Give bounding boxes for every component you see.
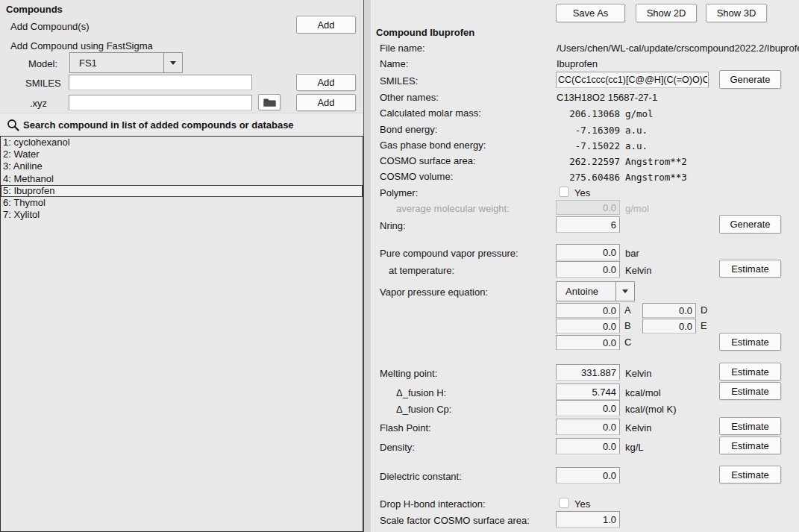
- fusion-cp-unit: kcal/(mol K): [625, 404, 677, 415]
- melting-point-input[interactable]: [556, 364, 620, 381]
- fusion-h-input[interactable]: [556, 384, 620, 400]
- fusion-h-label: Δ_fusion H:: [396, 387, 446, 398]
- file-name-label: File name:: [380, 43, 425, 54]
- coef-d-input[interactable]: [642, 303, 696, 318]
- nring-label: Nring:: [380, 220, 406, 231]
- name-label: Name:: [380, 58, 408, 69]
- model-select-value: FS1: [70, 53, 163, 72]
- compound-list[interactable]: 1: cyclohexanol 2: Water 3: Aniline 4: M…: [0, 136, 363, 532]
- fusion-cp-label: Δ_fusion Cp:: [396, 404, 451, 415]
- melting-point-estimate-button[interactable]: Estimate: [719, 363, 781, 381]
- model-label: Model:: [28, 58, 57, 69]
- cosmo-volume-label: COSMO volume:: [380, 171, 453, 182]
- bond-energy-value: -7.16309: [497, 125, 620, 136]
- molar-mass-label: Calculated molar mass:: [380, 107, 481, 119]
- list-item-cyclohexanol[interactable]: 1: cyclohexanol: [1, 137, 363, 148]
- density-input[interactable]: [556, 438, 620, 454]
- folder-icon: [263, 98, 276, 107]
- vapor-pressure-unit: bar: [625, 248, 639, 259]
- coef-a-input[interactable]: [556, 303, 620, 318]
- density-unit: kg/L: [625, 442, 644, 453]
- list-item-thymol[interactable]: 6: Thymol: [1, 197, 363, 209]
- bond-energy-label: Bond energy:: [380, 124, 437, 135]
- smiles-add-label: SMILES: [25, 78, 61, 89]
- coef-b-input[interactable]: [556, 319, 620, 334]
- polymer-checkbox[interactable]: [559, 187, 569, 197]
- molar-mass-unit: g/mol: [625, 108, 654, 119]
- name-value: Ibuprofen: [557, 58, 598, 69]
- list-item-xylitol[interactable]: 7: Xylitol: [1, 209, 363, 221]
- scale-factor-label: Scale factor COSMO surface area:: [380, 515, 530, 526]
- xyz-file-input[interactable]: [69, 95, 252, 110]
- coef-e-input[interactable]: [642, 319, 696, 334]
- compound-detail-panel: Save As Show 2D Show 3D Compound Ibuprof…: [371, 0, 799, 532]
- vapor-pressure-input[interactable]: [556, 244, 620, 260]
- add-compounds-label: Add Compound(s): [10, 21, 90, 32]
- scale-factor-input[interactable]: [556, 511, 620, 528]
- show-2d-button[interactable]: Show 2D: [636, 4, 697, 22]
- vapor-pressure-estimate-button[interactable]: Estimate: [719, 260, 781, 278]
- density-estimate-button[interactable]: Estimate: [719, 436, 781, 454]
- nring-input[interactable]: [556, 216, 620, 233]
- melting-point-unit: Kelvin: [625, 368, 651, 379]
- density-label: Density:: [380, 442, 415, 453]
- compound-title: Compound Ibuprofen: [376, 27, 474, 38]
- nring-generate-button[interactable]: Generate: [719, 215, 781, 234]
- compounds-panel-title: Compounds: [6, 4, 63, 15]
- coef-c-input[interactable]: [556, 335, 620, 350]
- model-select[interactable]: FS1: [69, 52, 183, 73]
- save-as-button[interactable]: Save As: [556, 4, 625, 22]
- dielectric-estimate-button[interactable]: Estimate: [719, 466, 781, 484]
- add-compounds-button[interactable]: Add: [296, 16, 356, 34]
- smiles-add-input[interactable]: [69, 75, 252, 90]
- flash-point-label: Flash Point:: [380, 422, 431, 434]
- file-name-value: /Users/chen/WL-cal/update/crscompound202…: [557, 43, 799, 54]
- gas-bond-energy-label: Gas phase bond energy:: [380, 140, 486, 151]
- gas-bond-energy-value: -7.15022: [497, 140, 620, 151]
- xyz-browse-button[interactable]: [258, 94, 281, 110]
- xyz-add-button[interactable]: Add: [296, 94, 356, 111]
- smiles-input[interactable]: [556, 72, 709, 88]
- at-temperature-unit: Kelvin: [625, 265, 651, 276]
- list-item-aniline[interactable]: 3: Aniline: [1, 160, 363, 172]
- fastsigma-label: Add Compound using FastSigma: [10, 40, 153, 51]
- fusion-h-unit: kcal/mol: [625, 387, 661, 398]
- at-temperature-label: at temperature:: [389, 265, 454, 276]
- list-item-water[interactable]: 2: Water: [1, 148, 363, 160]
- avg-mw-unit: g/mol: [625, 203, 649, 214]
- fusion-cp-input[interactable]: [556, 400, 620, 416]
- dielectric-input[interactable]: [556, 467, 620, 484]
- vapor-pressure-label: Pure compound vapor pressure:: [380, 248, 518, 259]
- panel-splitter[interactable]: [363, 0, 371, 532]
- cosmo-volume-value: 275.60486: [497, 172, 620, 183]
- fusion-h-estimate-button[interactable]: Estimate: [719, 382, 781, 400]
- show-3d-button[interactable]: Show 3D: [706, 4, 767, 22]
- chevron-down-icon: [615, 282, 634, 301]
- smiles-add-button[interactable]: Add: [296, 74, 356, 91]
- drop-hbond-checkbox[interactable]: [559, 498, 569, 508]
- at-temperature-input[interactable]: [556, 261, 620, 278]
- other-names-value: C13H18O2 15687-27-1: [557, 92, 657, 103]
- cosmo-volume-unit: Angstrom**3: [625, 172, 687, 183]
- smiles-generate-button[interactable]: Generate: [719, 70, 781, 89]
- flash-point-input[interactable]: [556, 419, 620, 435]
- cosmo-area-unit: Angstrom**2: [625, 156, 687, 167]
- dielectric-label: Dielectric constant:: [380, 471, 462, 482]
- list-item-methanol[interactable]: 4: Methanol: [1, 173, 363, 185]
- polymer-yes-label: Yes: [574, 187, 590, 198]
- list-item-ibuprofen-selected[interactable]: 5: Ibuprofen: [1, 185, 363, 197]
- avg-mw-input: [556, 200, 620, 215]
- other-names-label: Other names:: [380, 92, 439, 103]
- flash-point-unit: Kelvin: [625, 422, 651, 434]
- coef-d-label: D: [701, 304, 707, 316]
- drop-hbond-yes-label: Yes: [574, 498, 590, 510]
- vp-equation-select[interactable]: Antoine: [556, 281, 635, 301]
- coefficients-estimate-button[interactable]: Estimate: [719, 333, 781, 351]
- flash-point-estimate-button[interactable]: Estimate: [719, 417, 781, 435]
- drop-hbond-label: Drop H-bond interaction:: [380, 498, 486, 510]
- search-bar[interactable]: Search compound in list of added compoun…: [0, 113, 363, 136]
- vp-equation-value: Antoine: [557, 282, 615, 301]
- avg-mw-label: average molecular weight:: [396, 203, 510, 214]
- molar-mass-value: 206.13068: [497, 108, 620, 119]
- xyz-add-label: .xyz: [30, 98, 47, 109]
